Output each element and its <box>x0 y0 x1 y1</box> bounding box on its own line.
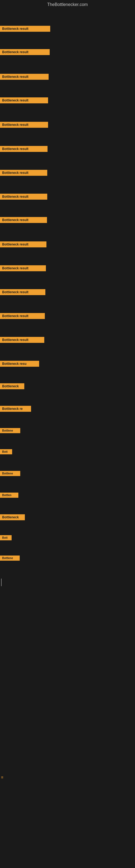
bottleneck-bar-8: Bottleneck result <box>0 194 47 199</box>
bottleneck-bar-6: Bottleneck result <box>0 146 48 152</box>
bottleneck-label-2: Bottleneck result <box>0 49 50 55</box>
bottleneck-bar-20: Bottlene <box>0 471 20 476</box>
bottleneck-label-1: Bottleneck result <box>0 26 50 32</box>
bottleneck-bar-18: Bottlene <box>0 428 20 433</box>
bottleneck-label-6: Bottleneck result <box>0 146 48 152</box>
bottleneck-label-19: Bott <box>0 449 12 454</box>
bottleneck-label-4: Bottleneck result <box>0 97 48 103</box>
bottleneck-bar-5: Bottleneck result <box>0 122 48 128</box>
bottleneck-label-21: Bottlen <box>0 493 18 498</box>
cursor-line <box>1 579 2 586</box>
bottleneck-label-13: Bottleneck result <box>0 313 45 319</box>
bottleneck-label-11: Bottleneck result <box>0 265 46 271</box>
bottleneck-bar-16: Bottleneck <box>0 383 24 389</box>
bottleneck-label-9: Bottleneck result <box>0 217 47 223</box>
bottleneck-bar-9: Bottleneck result <box>0 217 47 223</box>
bottleneck-label-24: Bottlene <box>0 556 20 561</box>
bottleneck-bar-7: Bottleneck result <box>0 170 47 176</box>
bottleneck-label-12: Bottleneck result <box>0 289 45 295</box>
bottleneck-bar-3: Bottleneck result <box>0 74 49 80</box>
bottleneck-bar-12: Bottleneck result <box>0 289 45 295</box>
bottleneck-bar-4: Bottleneck result <box>0 97 48 103</box>
bottleneck-bar-1: Bottleneck result <box>0 26 50 32</box>
small-item-1: = <box>1 775 3 780</box>
bottleneck-label-20: Bottlene <box>0 471 20 476</box>
bottleneck-label-16: Bottleneck <box>0 383 24 389</box>
bottleneck-bar-17: Bottleneck re <box>0 406 31 412</box>
bottleneck-bar-2: Bottleneck result <box>0 49 50 55</box>
bottleneck-bar-21: Bottlen <box>0 493 18 498</box>
bottleneck-label-15: Bottleneck resu <box>0 361 39 367</box>
bottleneck-bar-19: Bott <box>0 449 12 454</box>
bottleneck-label-14: Bottleneck result <box>0 337 44 343</box>
bottleneck-label-10: Bottleneck result <box>0 241 46 247</box>
bottleneck-bar-13: Bottleneck result <box>0 313 45 319</box>
bottleneck-label-22: Bottleneck <box>0 514 25 520</box>
bottleneck-bar-14: Bottleneck result <box>0 337 44 343</box>
bottleneck-label-18: Bottlene <box>0 428 20 433</box>
bottleneck-bar-23: Bott <box>0 535 12 540</box>
bottleneck-label-7: Bottleneck result <box>0 170 47 176</box>
bottleneck-label-8: Bottleneck result <box>0 194 47 199</box>
bottleneck-label-3: Bottleneck result <box>0 74 49 80</box>
bottleneck-label-5: Bottleneck result <box>0 122 48 128</box>
bottleneck-bar-15: Bottleneck resu <box>0 361 39 367</box>
bottleneck-bar-10: Bottleneck result <box>0 241 46 247</box>
site-title: TheBottlenecker.com <box>0 0 135 10</box>
bottleneck-bar-24: Bottlene <box>0 556 20 561</box>
bottleneck-bar-22: Bottleneck <box>0 514 25 520</box>
bottleneck-bar-11: Bottleneck result <box>0 265 46 271</box>
bottleneck-label-23: Bott <box>0 535 12 540</box>
bottleneck-label-17: Bottleneck re <box>0 406 31 412</box>
